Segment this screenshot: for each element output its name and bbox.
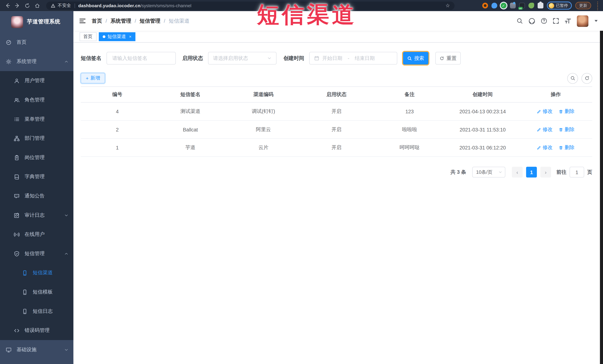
badge-icon <box>14 155 20 160</box>
edit-link[interactable]: 修改 <box>537 144 553 151</box>
extensions-puzzle-icon[interactable] <box>537 3 543 9</box>
org-tree-icon <box>14 135 20 141</box>
screen: 不安全 dashboard.yudao.iocoder.cn/system/sm… <box>0 0 603 364</box>
sidebar-item-system[interactable]: 系统管理 <box>0 52 73 71</box>
extension-grid-icon[interactable] <box>510 3 516 9</box>
phone-icon <box>22 289 28 295</box>
sidebar-submenu-system: 用户管理 角色管理 菜单管理 部门管理 <box>0 71 73 340</box>
search-form: 短信签名 启用状态 请选择启用状态 创建时间 开始日期 - 结束日期 <box>81 52 603 65</box>
breadcrumb-home[interactable]: 首页 <box>92 17 102 24</box>
chevron-down-icon <box>498 170 502 174</box>
date-end-placeholder: 结束日期 <box>355 55 375 62</box>
browser-back-icon[interactable] <box>2 0 12 11</box>
extension-orange-icon[interactable] <box>482 3 488 9</box>
browser-reload-icon[interactable] <box>22 0 32 11</box>
plus-icon: + <box>86 76 89 81</box>
page-size-select[interactable]: 10条/页 <box>472 167 505 177</box>
sidebar-item-notice[interactable]: 通知公告 <box>0 186 73 206</box>
breadcrumb-current: 短信渠道 <box>169 17 189 24</box>
signal-icon <box>14 232 20 237</box>
monitor-icon <box>6 347 12 353</box>
extension-leaf-icon[interactable] <box>528 3 534 9</box>
sidebar-menu: 首页 系统管理 用户管理 角色管理 <box>0 33 73 364</box>
user-avatar[interactable] <box>577 15 588 27</box>
tag-close-icon[interactable]: × <box>129 34 131 39</box>
help-icon[interactable] <box>541 18 547 24</box>
extension-onetab-icon[interactable]: on <box>519 3 525 9</box>
sidebar-item-dict[interactable]: 字典管理 <box>0 167 73 186</box>
sidebar-item-posts[interactable]: 岗位管理 <box>0 148 73 167</box>
edit-link[interactable]: 修改 <box>537 126 553 133</box>
breadcrumb-system[interactable]: 系统管理 <box>110 17 131 24</box>
col-create-time: 创建时间 <box>446 91 519 98</box>
status-select[interactable]: 请选择启用状态 <box>208 52 277 65</box>
page-1-button[interactable]: 1 <box>526 167 537 177</box>
header-search-icon[interactable] <box>517 18 523 24</box>
table-toolbar: + 新增 <box>81 73 592 83</box>
users-icon <box>14 97 20 103</box>
edit-link[interactable]: 修改 <box>537 108 553 115</box>
sidebar-item-users[interactable]: 用户管理 <box>0 71 73 90</box>
search-button[interactable]: 搜索 <box>403 52 429 65</box>
browser-forward-icon[interactable] <box>12 0 22 11</box>
edit-square-icon <box>14 212 20 218</box>
sign-label: 短信签名 <box>81 55 102 62</box>
sidebar-item-online-users[interactable]: 在线用户 <box>0 225 73 244</box>
prev-page-button[interactable]: ‹ <box>512 167 523 177</box>
table-header-row: 编号 短信签名 渠道编码 启用状态 备注 创建时间 操作 <box>81 86 592 102</box>
sidebar-item-sms-template[interactable]: 短信模板 <box>0 282 73 302</box>
phone-icon <box>22 270 28 276</box>
sidebar-item-sms[interactable]: 短信管理 <box>0 244 73 263</box>
tags-view-bar: 首页 短信渠道 × <box>73 31 603 43</box>
next-page-button[interactable]: › <box>540 167 551 177</box>
tag-sms-channel[interactable]: 短信渠道 × <box>99 32 135 41</box>
hamburger-icon[interactable] <box>79 18 86 24</box>
sidebar-item-infra[interactable]: 基础设施 <box>0 340 73 359</box>
active-dot <box>103 35 105 38</box>
font-size-icon[interactable] <box>565 17 571 24</box>
browser-home-icon[interactable] <box>32 0 42 11</box>
add-button[interactable]: + 新增 <box>81 73 105 83</box>
delete-link[interactable]: 删除 <box>559 108 575 115</box>
breadcrumb-sms[interactable]: 短信管理 <box>139 17 160 24</box>
date-range-picker[interactable]: 开始日期 - 结束日期 <box>309 52 397 65</box>
delete-link[interactable]: 删除 <box>559 126 575 133</box>
browser-menu-icon[interactable]: ⋮⋮ <box>595 1 600 10</box>
app-logo-row[interactable]: 芋道管理系统 <box>0 11 73 33</box>
reset-button[interactable]: 重置 <box>435 52 461 65</box>
sidebar-item-menus[interactable]: 菜单管理 <box>0 110 73 129</box>
github-icon[interactable] <box>528 17 535 24</box>
refresh-button[interactable] <box>581 73 592 84</box>
tag-home[interactable]: 首页 <box>80 32 96 41</box>
fullscreen-icon[interactable] <box>553 18 559 24</box>
not-secure-icon <box>51 3 56 8</box>
goto-page-input[interactable] <box>569 167 584 177</box>
delete-link[interactable]: 删除 <box>559 144 575 151</box>
pagination: 共 3 条 10条/页 ‹ 1 › 前往 页 <box>81 167 592 177</box>
profile-chip[interactable]: 已暂停 <box>546 1 572 10</box>
caret-down-icon[interactable] <box>594 20 598 22</box>
header-actions <box>517 11 598 31</box>
toggle-search-button[interactable] <box>567 73 578 84</box>
date-label: 创建时间 <box>283 55 304 62</box>
sidebar-item-audit-log[interactable]: 审计日志 <box>0 206 73 225</box>
update-button[interactable]: 更新 <box>575 2 591 9</box>
extension-pin-icon[interactable] <box>491 3 497 9</box>
sidebar-item-departments[interactable]: 部门管理 <box>0 129 73 148</box>
extension-check-icon[interactable]: ✓ <box>500 3 506 9</box>
address-bar[interactable]: 不安全 dashboard.yudao.iocoder.cn/system/sm… <box>46 1 455 10</box>
sidebar-item-roles[interactable]: 角色管理 <box>0 90 73 110</box>
browser-scrollbar[interactable] <box>600 31 603 364</box>
sidebar-item-error-code[interactable]: 错误码管理 <box>0 321 73 340</box>
url-path: /system/sms/sms-channel <box>140 3 191 8</box>
table-row: 1 芋道 云片 开启 呵呵呵哒 2021-03-31 06:12:20 修改 删… <box>81 139 592 157</box>
sidebar-item-sms-channel[interactable]: 短信渠道 <box>0 263 73 282</box>
sign-input[interactable] <box>112 55 171 61</box>
sidebar-item-sms-log[interactable]: 短信日志 <box>0 302 73 321</box>
address-divider <box>74 3 75 8</box>
goto-label: 前往 <box>557 169 567 176</box>
total-count: 共 3 条 <box>451 169 466 176</box>
chat-bubble-icon <box>14 193 20 199</box>
sidebar-item-home[interactable]: 首页 <box>0 33 73 52</box>
bookmark-star-icon[interactable]: ☆ <box>445 3 450 9</box>
